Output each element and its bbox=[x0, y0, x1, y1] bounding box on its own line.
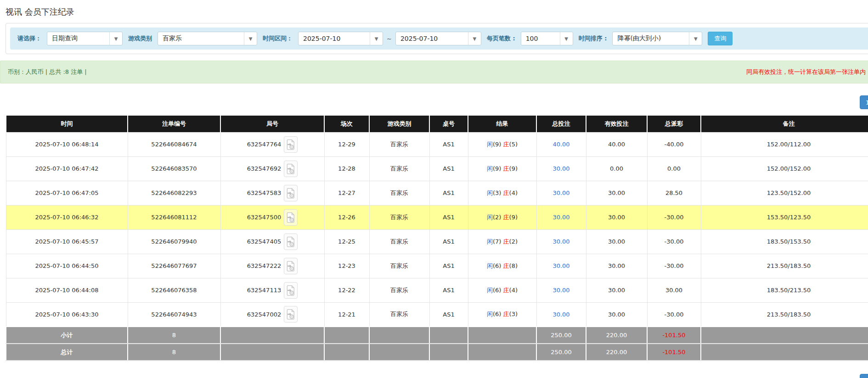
sort-order-label: 时间排序 : bbox=[579, 34, 607, 43]
result-cell: 闲(3) 庄(4) bbox=[468, 181, 536, 205]
result-player-label: 闲 bbox=[487, 165, 493, 172]
remark-cell: 183.50/213.50 bbox=[701, 278, 868, 302]
remark-cell: 153.50/123.50 bbox=[701, 205, 868, 229]
time-cell: 2025-07-10 06:48:14 bbox=[6, 132, 128, 156]
bet-id-cell: 522646079940 bbox=[128, 229, 220, 254]
total-bet-link[interactable]: 40.00 bbox=[552, 141, 569, 148]
payout-cell: 28.50 bbox=[647, 181, 701, 205]
video-replay-button[interactable] bbox=[284, 161, 298, 177]
video-replay-button[interactable] bbox=[284, 136, 298, 153]
round-id-value: 632547222 bbox=[247, 262, 281, 269]
total-bet-link[interactable]: 30.00 bbox=[552, 262, 569, 269]
round-id-value: 632547002 bbox=[247, 311, 281, 318]
result-player-label: 闲 bbox=[487, 238, 493, 245]
remark-cell: 152.00/112.00 bbox=[701, 132, 868, 156]
date-from-select[interactable]: 2025-07-10 ▼ bbox=[298, 32, 383, 45]
column-header-remark: 备注 bbox=[701, 116, 868, 132]
round-id-cell: 632547500 bbox=[220, 205, 324, 229]
table-no-cell: AS1 bbox=[429, 302, 468, 327]
search-button[interactable]: 查询 bbox=[708, 32, 733, 45]
result-banker-score: (4) bbox=[509, 189, 518, 196]
result-cell: 闲(6) 庄(3) bbox=[468, 302, 536, 327]
result-banker-score: (9) bbox=[509, 214, 518, 221]
total-bet-cell: 30.00 bbox=[536, 156, 586, 181]
game-type-select[interactable]: 百家乐 ▼ bbox=[158, 32, 257, 45]
remark-cell: 152.00/152.00 bbox=[701, 156, 868, 181]
round-id-wrap: 632547405 bbox=[247, 233, 298, 250]
round-id-cell: 632547692 bbox=[220, 156, 324, 181]
page-size-value: 100 bbox=[521, 35, 560, 42]
result-player-score: (6) bbox=[493, 287, 501, 294]
remark-cell: 123.50/152.00 bbox=[701, 181, 868, 205]
grand-total-total-bet: 250.00 bbox=[536, 344, 586, 361]
result-player-score: (9) bbox=[493, 141, 501, 148]
grand-total-empty-cell bbox=[429, 344, 468, 361]
round-id-wrap: 632547692 bbox=[247, 161, 298, 177]
video-replay-button[interactable] bbox=[284, 282, 298, 299]
total-bet-link[interactable]: 30.00 bbox=[552, 189, 569, 196]
total-bet-link[interactable]: 30.00 bbox=[552, 238, 569, 245]
valid-bet-cell: 30.00 bbox=[586, 181, 647, 205]
result-player-label: 闲 bbox=[487, 189, 493, 196]
table-no-cell: AS1 bbox=[429, 205, 468, 229]
video-replay-button[interactable] bbox=[284, 209, 298, 226]
table-row: 2025-07-10 06:47:05522646082293632547583… bbox=[6, 181, 868, 205]
result-player-score: (7) bbox=[493, 238, 501, 245]
page-size-select[interactable]: 100 ▼ bbox=[521, 32, 573, 45]
total-bet-link[interactable]: 30.00 bbox=[552, 214, 569, 221]
sort-order-select[interactable]: 降幂(由大到小) ▼ bbox=[612, 32, 702, 45]
game-type-cell: 百家乐 bbox=[369, 181, 429, 205]
video-replay-button[interactable] bbox=[284, 306, 298, 322]
result-banker-score: (2) bbox=[509, 238, 518, 245]
result-player-label: 闲 bbox=[487, 141, 493, 148]
table-row: 2025-07-10 06:44:08522646076358632547113… bbox=[6, 278, 868, 302]
remark-cell: 183.50/153.50 bbox=[701, 229, 868, 254]
video-replay-button[interactable] bbox=[284, 233, 298, 250]
column-header-table-no: 桌号 bbox=[429, 116, 468, 132]
total-bet-cell: 30.00 bbox=[536, 254, 586, 278]
time-cell: 2025-07-10 06:44:08 bbox=[6, 278, 128, 302]
pagination-bottom-page-1-button[interactable]: 1 bbox=[860, 374, 868, 378]
result-cell: 闲(7) 庄(2) bbox=[468, 229, 536, 254]
pagination-page-1-button[interactable]: 1 bbox=[860, 95, 868, 109]
video-file-icon bbox=[287, 212, 295, 223]
result-cell: 闲(9) 庄(5) bbox=[468, 132, 536, 156]
chevron-down-icon: ▼ bbox=[370, 32, 383, 45]
payout-cell: -30.00 bbox=[647, 254, 701, 278]
subtotal-total-bet: 250.00 bbox=[536, 327, 586, 344]
column-header-valid-bet: 有效投注 bbox=[586, 116, 647, 132]
result-player-label: 闲 bbox=[487, 262, 493, 269]
bet-records-table: 时间 注单编号 局号 场次 游戏类别 桌号 结果 总投注 有效投注 总派彩 备注… bbox=[6, 116, 868, 361]
currency-summary-text: 币别 : 人民币 | 总共 :8 注单 | bbox=[8, 68, 87, 76]
date-to-select[interactable]: 2025-07-10 ▼ bbox=[395, 32, 481, 45]
payout-cell: 0.00 bbox=[647, 156, 701, 181]
result-player-score: (9) bbox=[493, 165, 501, 172]
total-bet-link[interactable]: 30.00 bbox=[552, 287, 569, 294]
video-replay-button[interactable] bbox=[284, 258, 298, 274]
video-replay-button[interactable] bbox=[284, 185, 298, 201]
chevron-down-icon: ▼ bbox=[560, 32, 573, 45]
video-file-icon bbox=[287, 188, 295, 199]
total-bet-link[interactable]: 30.00 bbox=[552, 165, 569, 172]
result-cell: 闲(2) 庄(9) bbox=[468, 205, 536, 229]
bet-id-cell: 522646082293 bbox=[128, 181, 220, 205]
subtotal-empty-cell bbox=[220, 327, 324, 344]
payout-cell: -30.00 bbox=[647, 302, 701, 327]
result-cell: 闲(9) 庄(9) bbox=[468, 156, 536, 181]
valid-bet-cell: 40.00 bbox=[586, 132, 647, 156]
total-bet-link[interactable]: 30.00 bbox=[552, 311, 569, 318]
game-type-cell: 百家乐 bbox=[369, 302, 429, 327]
query-type-select[interactable]: 日期查询 ▼ bbox=[47, 32, 123, 45]
chevron-down-icon: ▼ bbox=[109, 32, 122, 45]
grand-total-empty-cell bbox=[324, 344, 369, 361]
chevron-down-icon: ▼ bbox=[468, 32, 481, 45]
time-cell: 2025-07-10 06:45:57 bbox=[6, 229, 128, 254]
column-header-bet-id: 注单编号 bbox=[128, 116, 220, 132]
sort-order-value: 降幂(由大到小) bbox=[613, 34, 689, 43]
result-banker-label: 庄 bbox=[503, 238, 509, 245]
grand-total-empty-cell bbox=[701, 344, 868, 361]
summary-bar: 币别 : 人民币 | 总共 :8 注单 | 同局有效投注，统一计算在该局第一张注… bbox=[0, 61, 868, 83]
column-header-game-type: 游戏类别 bbox=[369, 116, 429, 132]
table-row: 2025-07-10 06:48:14522646084674632547764… bbox=[6, 132, 868, 156]
video-file-icon bbox=[287, 163, 295, 174]
